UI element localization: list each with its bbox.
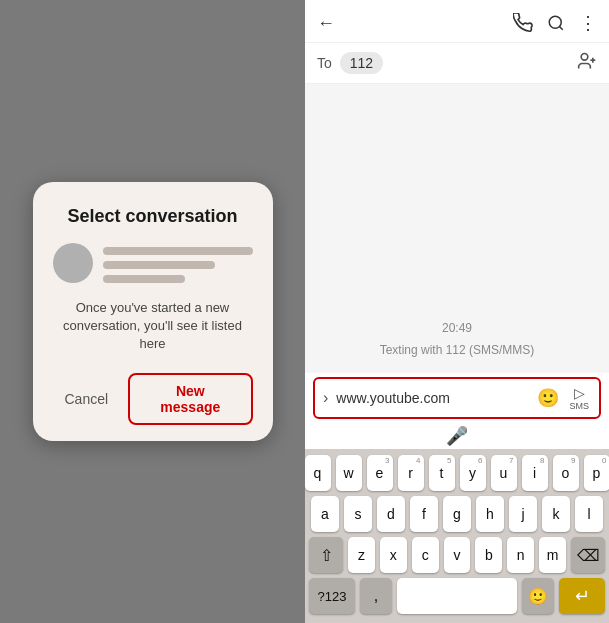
send-sms-button[interactable]: ▷ SMS xyxy=(563,385,595,411)
key-c[interactable]: c xyxy=(412,537,439,573)
key-k[interactable]: k xyxy=(542,496,570,532)
keyboard: q w e3 r4 t5 y6 u7 i8 o9 p0 a s d f g h … xyxy=(305,449,609,623)
recipient-chip[interactable]: 112 xyxy=(340,52,383,74)
key-v[interactable]: v xyxy=(444,537,471,573)
send-arrow-icon: ▷ xyxy=(574,385,585,401)
text-line-3 xyxy=(103,275,186,283)
svg-point-0 xyxy=(549,16,561,28)
keyboard-row-3: ⇧ z x c v b n m ⌫ xyxy=(309,537,605,573)
header-icons: ⋮ xyxy=(513,12,597,34)
space-key[interactable] xyxy=(397,578,517,614)
emoji-keyboard-key[interactable]: 🙂 xyxy=(522,578,554,614)
dialog-description: Once you've started a new conversation, … xyxy=(53,299,253,354)
enter-key[interactable]: ↵ xyxy=(559,578,605,614)
right-panel: ← ⋮ To 112 xyxy=(305,0,609,623)
dialog-buttons: Cancel New message xyxy=(53,373,253,425)
mic-button[interactable]: 🎤 xyxy=(446,425,468,447)
message-input-row: › 🙂 ▷ SMS xyxy=(313,377,601,419)
keyboard-row-4: ?123 , 🙂 ↵ xyxy=(309,578,605,614)
sms-label: Texting with 112 (SMS/MMS) xyxy=(317,343,597,357)
key-n[interactable]: n xyxy=(507,537,534,573)
keyboard-row-1: q w e3 r4 t5 y6 u7 i8 o9 p0 xyxy=(309,455,605,491)
key-z[interactable]: z xyxy=(348,537,375,573)
dialog-title: Select conversation xyxy=(53,206,253,227)
key-u[interactable]: u7 xyxy=(491,455,517,491)
to-label: To xyxy=(317,55,332,71)
key-l[interactable]: l xyxy=(575,496,603,532)
key-i[interactable]: i8 xyxy=(522,455,548,491)
select-conversation-dialog: Select conversation Once you've started … xyxy=(33,182,273,442)
backspace-key[interactable]: ⌫ xyxy=(571,537,605,573)
key-h[interactable]: h xyxy=(476,496,504,532)
call-button[interactable] xyxy=(513,13,533,33)
left-panel: Select conversation Once you've started … xyxy=(0,0,305,623)
key-w[interactable]: w xyxy=(336,455,362,491)
key-m[interactable]: m xyxy=(539,537,566,573)
key-p[interactable]: p0 xyxy=(584,455,610,491)
key-j[interactable]: j xyxy=(509,496,537,532)
key-e[interactable]: e3 xyxy=(367,455,393,491)
num-key[interactable]: ?123 xyxy=(309,578,355,614)
key-s[interactable]: s xyxy=(344,496,372,532)
key-a[interactable]: a xyxy=(311,496,339,532)
new-message-button[interactable]: New message xyxy=(128,373,252,425)
comma-key[interactable]: , xyxy=(360,578,392,614)
mic-row: 🎤 xyxy=(309,423,605,449)
cancel-button[interactable]: Cancel xyxy=(53,383,121,415)
timestamp: 20:49 xyxy=(317,321,597,335)
key-q[interactable]: q xyxy=(305,455,331,491)
key-x[interactable]: x xyxy=(380,537,407,573)
shift-key[interactable]: ⇧ xyxy=(309,537,343,573)
key-g[interactable]: g xyxy=(443,496,471,532)
expand-button[interactable]: › xyxy=(319,389,332,407)
avatar xyxy=(53,243,93,283)
to-field: To 112 xyxy=(305,43,609,84)
text-line-1 xyxy=(103,247,253,255)
sms-text: SMS xyxy=(569,401,589,411)
svg-line-1 xyxy=(559,26,562,29)
text-line-2 xyxy=(103,261,216,269)
key-o[interactable]: o9 xyxy=(553,455,579,491)
key-r[interactable]: r4 xyxy=(398,455,424,491)
key-d[interactable]: d xyxy=(377,496,405,532)
back-button[interactable]: ← xyxy=(317,13,335,34)
key-f[interactable]: f xyxy=(410,496,438,532)
key-t[interactable]: t5 xyxy=(429,455,455,491)
keyboard-row-2: a s d f g h j k l xyxy=(309,496,605,532)
message-input[interactable] xyxy=(332,388,533,408)
conversation-preview xyxy=(53,243,253,283)
more-options-button[interactable]: ⋮ xyxy=(579,12,597,34)
text-preview xyxy=(103,243,253,283)
key-y[interactable]: y6 xyxy=(460,455,486,491)
emoji-button[interactable]: 🙂 xyxy=(533,387,563,409)
add-contact-button[interactable] xyxy=(577,51,597,75)
search-button[interactable] xyxy=(547,14,565,32)
header-left: ← xyxy=(317,13,335,34)
message-area: 20:49 Texting with 112 (SMS/MMS) xyxy=(305,84,609,373)
message-header: ← ⋮ xyxy=(305,0,609,43)
svg-point-2 xyxy=(581,54,588,61)
key-b[interactable]: b xyxy=(475,537,502,573)
